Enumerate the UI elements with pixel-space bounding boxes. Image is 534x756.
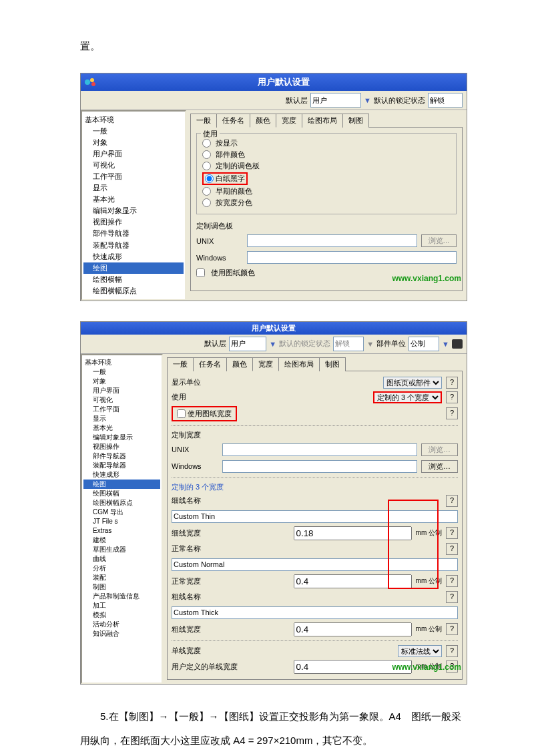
help-icon[interactable]: ? (446, 645, 458, 657)
tab[interactable]: 一般 (190, 114, 217, 128)
tree-item[interactable]: 产品和制造信息 (83, 592, 160, 601)
help-icon[interactable]: ? (446, 575, 458, 587)
tree-item[interactable]: 用户界面 (83, 148, 184, 160)
use-radio[interactable] (205, 174, 214, 183)
intro-fragment: 置。 (80, 40, 467, 53)
tab[interactable]: 制图 (319, 357, 346, 371)
tree-item[interactable]: 工作平面 (83, 171, 184, 182)
single-width-select[interactable]: 标准法线 (398, 645, 442, 657)
tab[interactable]: 绘图布局 (278, 357, 320, 371)
tree-item[interactable]: 一般 (83, 126, 184, 137)
find-icon[interactable] (452, 339, 463, 349)
help-icon[interactable]: ? (446, 391, 458, 403)
tree-item[interactable]: CGM 导出 (83, 508, 160, 517)
tree-item[interactable]: 对象 (83, 137, 184, 148)
browse-button[interactable]: 浏览... (421, 234, 457, 247)
settings-tree[interactable]: 基本环境一般对象用户界面可视化工作平面显示基本光编辑对象显示视图操作部件导航器装… (81, 354, 163, 684)
tree-item[interactable]: 一般 (83, 367, 160, 377)
tree-item[interactable]: Extras (83, 526, 160, 536)
use-radio[interactable] (202, 162, 211, 170)
tree-item[interactable]: 草图生成器 (83, 545, 160, 554)
tree-item[interactable]: 绘图 (83, 262, 184, 274)
tree-item[interactable]: 基本环境 (83, 114, 184, 126)
tree-item[interactable]: 可视化 (83, 395, 160, 405)
tree-item[interactable]: 部件导航器 (83, 228, 184, 239)
help-icon[interactable]: ? (446, 591, 458, 603)
use-radio[interactable] (202, 187, 211, 196)
help-icon[interactable]: ? (446, 623, 458, 635)
use-radio[interactable] (202, 198, 211, 207)
use-paper-color-checkbox[interactable] (196, 268, 205, 277)
help-icon[interactable]: ? (446, 527, 458, 539)
tree-item[interactable]: 装配导航器 (83, 461, 160, 470)
tree-item[interactable]: 分析 (83, 564, 160, 573)
tree-item[interactable]: 显示 (83, 414, 160, 423)
radio-label: 早期的颜色 (216, 186, 252, 196)
lock-select[interactable] (428, 93, 463, 108)
tree-item[interactable]: 可视化 (83, 160, 184, 171)
tree-item[interactable]: 视图操作 (83, 216, 184, 228)
tree-item[interactable]: 绘图横幅 (83, 274, 184, 285)
lock-select[interactable] (333, 337, 364, 351)
tree-item[interactable]: 模拟 (83, 610, 160, 620)
help-icon[interactable]: ? (446, 495, 458, 507)
tree-item[interactable]: 建模 (83, 536, 160, 545)
tab[interactable]: 一般 (167, 357, 194, 371)
unix-input[interactable] (247, 234, 417, 247)
tab[interactable]: 制图 (342, 114, 369, 128)
browse-button[interactable]: 浏览… (421, 443, 458, 456)
svg-point-1 (90, 78, 94, 82)
help-icon[interactable]: ? (446, 377, 458, 389)
browse-button[interactable]: 浏览… (421, 460, 458, 473)
display-unit-select[interactable]: 图纸页或部件 (383, 377, 442, 389)
help-icon[interactable]: ? (446, 543, 458, 555)
tree-item[interactable]: 视图操作 (83, 442, 160, 451)
tree-item[interactable]: 曲线 (83, 554, 160, 564)
tab[interactable]: 颜色 (226, 357, 253, 371)
toolbar: 默认层 ▼ 默认的锁定状态 ▼ 部件单位 ▼ (81, 335, 467, 354)
unit-select[interactable] (409, 337, 439, 351)
tree-item[interactable]: 用户界面 (83, 386, 160, 395)
layer-select[interactable] (310, 93, 361, 108)
use-radio[interactable] (202, 139, 211, 148)
tree-item[interactable]: 快速成形 (83, 470, 160, 480)
tree-item[interactable]: 编辑对象显示 (83, 433, 160, 442)
tree-item[interactable]: JT File s (83, 517, 160, 526)
tab[interactable]: 宽度 (276, 114, 302, 128)
layer-select[interactable] (229, 337, 266, 351)
tree-item[interactable]: 基本光 (83, 194, 184, 205)
tree-item[interactable]: 装配导航器 (83, 240, 184, 251)
tree-item[interactable]: 对象 (83, 377, 160, 386)
thick-width-input[interactable] (294, 622, 412, 636)
tree-item[interactable]: 绘图横幅原点 (83, 285, 184, 297)
tab[interactable]: 绘图布局 (302, 114, 343, 128)
unix-input[interactable] (222, 443, 417, 456)
tree-item[interactable]: 绘图横幅原点 (83, 498, 160, 508)
tree-item[interactable]: 工作平面 (83, 405, 160, 414)
use-radio[interactable] (202, 150, 211, 159)
tree-item[interactable]: 绘图横幅 (83, 489, 160, 498)
use-select[interactable]: 定制的 3 个宽度 (373, 391, 442, 403)
tree-item[interactable]: 基本光 (83, 423, 160, 433)
windows-input[interactable] (247, 251, 457, 264)
tab[interactable]: 颜色 (250, 114, 276, 128)
tree-item[interactable]: 绘图 (83, 480, 160, 489)
tab[interactable]: 任务名 (216, 114, 250, 128)
tree-item[interactable]: 制图 (83, 582, 160, 592)
tree-item[interactable]: 装配 (83, 573, 160, 582)
help-icon[interactable]: ? (446, 407, 458, 419)
tree-item[interactable]: 编辑对象显示 (83, 205, 184, 216)
settings-tree[interactable]: 基本环境一般对象用户界面可视化工作平面显示基本光编辑对象显示视图操作部件导航器装… (81, 110, 186, 301)
tab[interactable]: 任务名 (193, 357, 227, 371)
tab[interactable]: 宽度 (252, 357, 279, 371)
use-paper-width-checkbox[interactable] (177, 409, 186, 418)
tree-item[interactable]: 显示 (83, 182, 184, 194)
tree-item[interactable]: 活动分析 (83, 620, 160, 629)
tree-item[interactable]: 知识融合 (83, 629, 160, 638)
tree-item[interactable]: 部件导航器 (83, 451, 160, 461)
tree-item[interactable]: 快速成形 (83, 251, 184, 262)
tree-item[interactable]: 基本环境 (83, 358, 160, 367)
tree-item[interactable]: 加工 (83, 601, 160, 610)
windows-input[interactable] (222, 460, 417, 473)
thick-name-input[interactable] (172, 606, 458, 619)
